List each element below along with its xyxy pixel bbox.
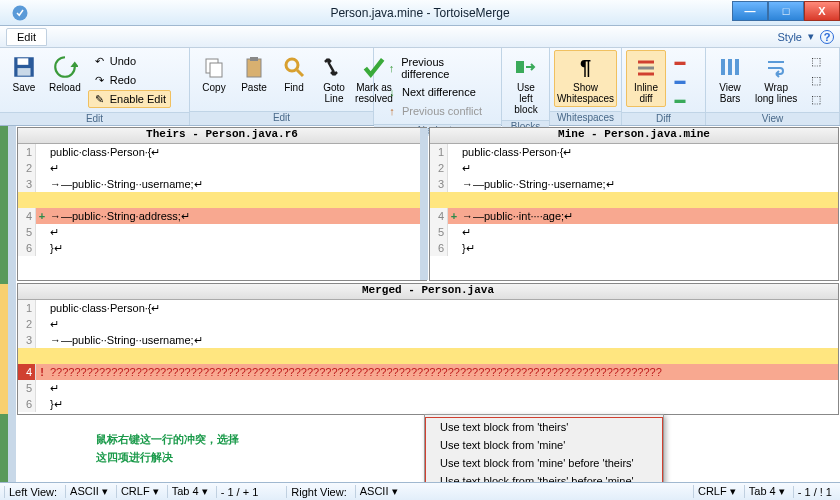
next-diff-button[interactable]: ↓Next difference — [380, 83, 495, 101]
diff-opt3[interactable]: ▬ — [668, 90, 692, 108]
left-block-icon — [512, 53, 540, 81]
copy-icon — [200, 53, 228, 81]
prev-conflict-button[interactable]: ↑Previous conflict — [380, 102, 495, 120]
up-arrow-icon: ↑ — [385, 104, 399, 118]
down-arrow-icon: ↓ — [385, 85, 399, 99]
title-bar: Person.java.mine - TortoiseMerge — □ X — [0, 0, 840, 26]
svg-rect-16 — [735, 59, 739, 75]
ctx-use-mine[interactable]: Use text block from 'mine' — [426, 436, 662, 454]
svg-rect-6 — [247, 59, 261, 77]
svg-rect-3 — [18, 68, 31, 76]
inline-diff-button[interactable]: Inline diff — [626, 50, 666, 107]
maximize-button[interactable]: □ — [768, 1, 804, 21]
mine-title: Mine - Person.java.mine — [430, 128, 838, 144]
inline-icon — [632, 53, 660, 81]
copy-button[interactable]: Copy — [194, 50, 234, 96]
reload-icon — [51, 53, 79, 81]
save-button[interactable]: Save — [4, 50, 44, 96]
find-button[interactable]: Find — [274, 50, 314, 96]
ctx-mine-before-theirs[interactable]: Use text block from 'mine' before 'their… — [426, 454, 662, 472]
theirs-pane: Theirs - Person.java.r6 1public·class·Pe… — [17, 127, 427, 281]
svg-rect-14 — [721, 59, 725, 75]
bars-icon — [716, 53, 744, 81]
theirs-title: Theirs - Person.java.r6 — [18, 128, 426, 144]
merged-pane: Merged - Person.java 1public·class·Perso… — [17, 283, 839, 415]
ctx-use-theirs[interactable]: Use text block from 'theirs' — [426, 418, 662, 436]
close-button[interactable]: X — [804, 1, 840, 21]
merged-title: Merged - Person.java — [18, 284, 838, 300]
up-arrow-icon: ↑ — [385, 61, 398, 75]
app-logo — [0, 0, 40, 26]
tab-edit[interactable]: Edit — [6, 28, 47, 46]
mine-pane: Mine - Person.java.mine 1public·class·Pe… — [429, 127, 839, 281]
minimize-button[interactable]: — — [732, 1, 768, 21]
annotation-text: 鼠标右键这一行的冲突，选择这四项进行解决 — [96, 430, 239, 466]
save-icon — [10, 53, 38, 81]
undo-icon: ↶ — [93, 54, 107, 68]
paste-icon — [240, 53, 268, 81]
view-opt3[interactable]: ⬚ — [804, 90, 828, 108]
show-whitespace-button[interactable]: ¶Show Whitespaces — [554, 50, 617, 107]
view-opt2[interactable]: ⬚ — [804, 71, 828, 89]
svg-line-9 — [297, 70, 303, 76]
pencil-icon: ✎ — [93, 92, 107, 106]
paste-button[interactable]: Paste — [234, 50, 274, 96]
svg-point-8 — [286, 59, 298, 71]
goto-line-button[interactable]: Goto Line — [314, 50, 354, 107]
goto-icon — [320, 53, 348, 81]
svg-rect-2 — [18, 58, 29, 65]
svg-rect-10 — [516, 61, 524, 73]
prev-diff-button[interactable]: ↑Previous difference — [380, 54, 495, 82]
svg-rect-7 — [250, 57, 258, 61]
diff-opt1[interactable]: ▬ — [668, 52, 692, 70]
wrap-lines-button[interactable]: Wrap long lines — [750, 50, 802, 107]
wrap-icon — [762, 53, 790, 81]
undo-button[interactable]: ↶Undo — [88, 52, 171, 70]
redo-icon: ↷ — [93, 73, 107, 87]
diff-opt2[interactable]: ▬ — [668, 71, 692, 89]
help-icon[interactable]: ? — [820, 30, 834, 44]
pilcrow-icon: ¶ — [572, 53, 600, 81]
enable-edit-button[interactable]: ✎Enable Edit — [88, 90, 171, 108]
svg-rect-15 — [728, 59, 732, 75]
menu-tabs: Edit Style▾ ? — [0, 26, 840, 48]
reload-button[interactable]: Reload — [44, 50, 86, 96]
status-bar: Left View: ASCII ▾ CRLF ▾ Tab 4 ▾ - 1 / … — [0, 482, 840, 500]
svg-rect-5 — [210, 63, 222, 77]
ribbon: Save Reload ↶Undo ↷Redo ✎Enable Edit Edi… — [0, 48, 840, 126]
style-menu[interactable]: Style — [778, 31, 802, 43]
view-bars-button[interactable]: View Bars — [710, 50, 750, 107]
redo-button[interactable]: ↷Redo — [88, 71, 171, 89]
find-icon — [280, 53, 308, 81]
window-title: Person.java.mine - TortoiseMerge — [330, 6, 509, 20]
use-left-block-button[interactable]: Use left block — [506, 50, 546, 118]
view-opt1[interactable]: ⬚ — [804, 52, 828, 70]
